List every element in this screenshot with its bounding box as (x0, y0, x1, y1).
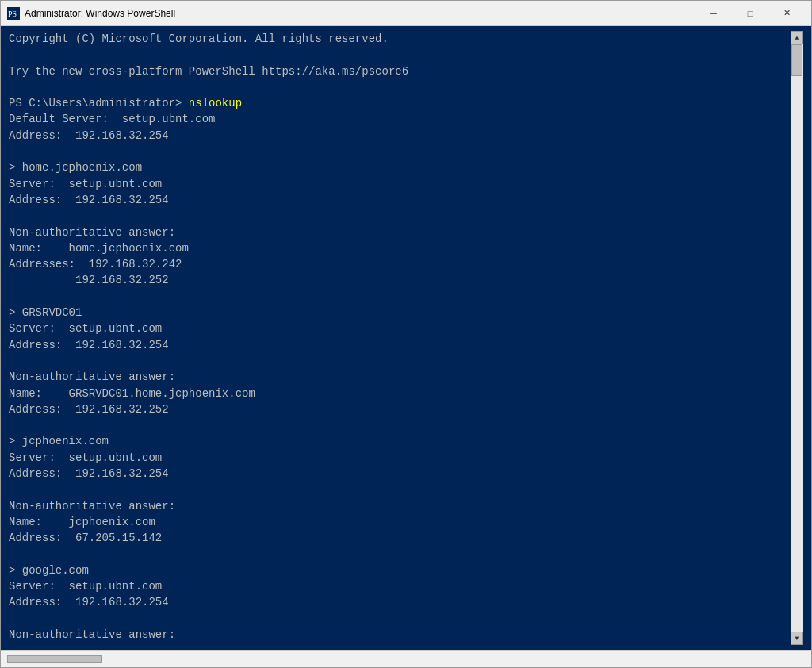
statusbar (1, 650, 811, 667)
scroll-down-button[interactable]: ▼ (791, 632, 803, 645)
scrollbar[interactable]: ▲ ▼ (791, 31, 803, 645)
svg-text:PS: PS (8, 10, 17, 18)
console-line: Name: jcphoenix.com (9, 516, 155, 528)
scrollbar-track[interactable] (791, 44, 803, 632)
console-line: Name: home.jcphoenix.com (9, 242, 189, 255)
maximize-button[interactable]: □ (732, 1, 768, 26)
console-line: Name: google.com (9, 644, 136, 645)
console-line: Non-authoritative answer: (9, 370, 175, 383)
console-line: > GRSRVDC01 (9, 306, 82, 319)
powershell-icon: PS (7, 7, 20, 20)
console-line: Address: 192.168.32.254 (9, 339, 169, 351)
console-line: Addresses: 192.168.32.242 (9, 258, 182, 271)
console-area[interactable]: Copyright (C) Microsoft Corporation. All… (1, 26, 811, 650)
window-title: Administrator: Windows PowerShell (25, 8, 695, 19)
console-line: Address: 67.205.15.142 (9, 532, 162, 544)
console-line: Name: GRSRVDC01.home.jcphoenix.com (9, 387, 255, 400)
console-line: Server: setup.ubnt.com (9, 580, 162, 593)
titlebar: PS Administrator: Windows PowerShell ─ □… (1, 1, 811, 26)
console-output[interactable]: Copyright (C) Microsoft Corporation. All… (9, 31, 791, 645)
console-line: Address: 192.168.32.252 (9, 403, 169, 416)
console-line: 192.168.32.252 (9, 274, 169, 286)
minimize-button[interactable]: ─ (695, 1, 732, 26)
console-line: Try the new cross-platform PowerShell ht… (9, 65, 408, 78)
close-button[interactable]: ✕ (768, 1, 805, 26)
window-controls: ─ □ ✕ (695, 1, 805, 26)
scroll-up-button[interactable]: ▲ (791, 31, 803, 44)
console-line: Server: setup.ubnt.com (9, 322, 162, 335)
status-indicator (7, 655, 102, 663)
console-line: Non-authoritative answer: (9, 628, 175, 641)
console-line: > home.jcphoenix.com (9, 161, 142, 174)
console-line: Server: setup.ubnt.com (9, 178, 162, 190)
console-line: Non-authoritative answer: (9, 500, 175, 513)
console-line: Address: 192.168.32.254 (9, 467, 169, 480)
console-line: Address: 192.168.32.254 (9, 129, 169, 142)
console-line: > jcphoenix.com (9, 435, 109, 447)
console-line: Default Server: setup.ubnt.com (9, 113, 215, 125)
window: PS Administrator: Windows PowerShell ─ □… (0, 0, 812, 668)
scrollbar-thumb[interactable] (791, 44, 802, 76)
console-line: Non-authoritative answer: (9, 226, 175, 239)
console-line: Address: 192.168.32.254 (9, 194, 169, 206)
console-line: Server: setup.ubnt.com (9, 451, 162, 464)
console-line: PS C:\Users\administrator> nslookup (9, 97, 242, 109)
console-line: Address: 192.168.32.254 (9, 596, 169, 608)
console-line: Copyright (C) Microsoft Corporation. All… (9, 33, 389, 45)
console-line: > google.com (9, 564, 89, 577)
app-icon: PS (7, 7, 20, 20)
